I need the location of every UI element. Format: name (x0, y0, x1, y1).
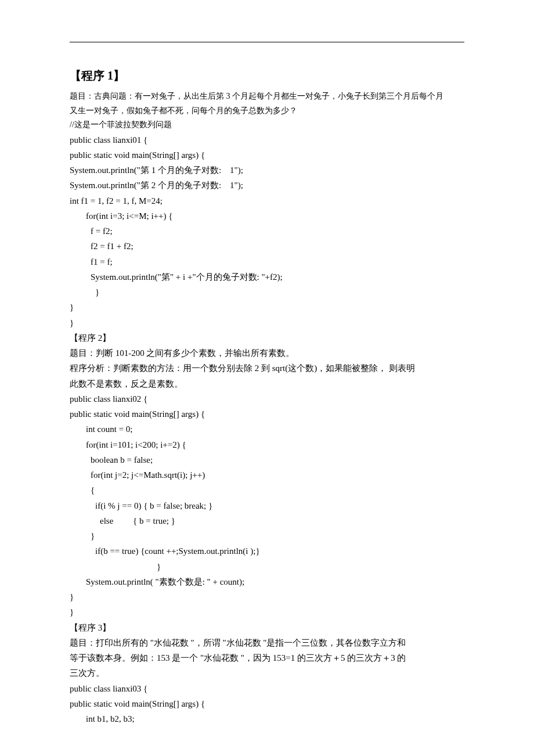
code-line: for(int i=101; i<200; i+=2) { (70, 437, 464, 452)
code-line: boolean b = false; (70, 452, 464, 467)
horizontal-rule-top (70, 42, 464, 42)
code-line: for(int j=2; j<=Math.sqrt(i); j++) (70, 467, 464, 483)
code-line: } (70, 559, 464, 574)
code-line: public class lianxi01 { (70, 132, 464, 147)
code-line: if(i % j == 0) { b = false; break; } (70, 498, 464, 513)
program-3-desc-line1: 题目：打印出所有的 "水仙花数 "，所谓 "水仙花数 "是指一个三位数，其各位数… (70, 635, 464, 650)
program-3-title: 【程序 3】 (70, 620, 464, 635)
program-1-desc-line1: 题目：古典问题：有一对兔子，从出生后第 3 个月起每个月都生一对兔子，小兔子长到… (70, 89, 464, 104)
code-line: System.out.println("第 1 个月的兔子对数: 1"); (70, 163, 464, 178)
code-line: for(int i=3; i<=M; i++) { (70, 208, 464, 224)
program-2-desc-line1: 题目：判断 101-200 之间有多少个素数，并输出所有素数。 (70, 345, 464, 361)
code-line: int f1 = 1, f2 = 1, f, M=24; (70, 193, 464, 208)
code-line: public class lianxi03 { (70, 681, 464, 696)
code-line: } (70, 604, 464, 620)
code-line: } (70, 300, 464, 315)
code-line: else { b = true; } (70, 513, 464, 528)
code-line: System.out.println( "素数个数是: " + count); (70, 574, 464, 589)
code-line: System.out.println("第 2 个月的兔子对数: 1"); (70, 178, 464, 193)
code-line: f2 = f1 + f2; (70, 239, 464, 254)
code-line: int b1, b2, b3; (70, 711, 464, 726)
code-line: } (70, 315, 464, 330)
program-2-desc-line2: 程序分析：判断素数的方法：用一个数分别去除 2 到 sqrt(这个数)，如果能被… (70, 361, 464, 376)
program-1-title: 【程序 1】 (70, 66, 464, 86)
program-3-desc-line2: 等于该数本身。例如：153 是一个 "水仙花数 "，因为 153=1 的三次方＋… (70, 650, 464, 665)
code-line: } (70, 285, 464, 300)
program-3-desc-line3: 三次方。 (70, 665, 464, 681)
code-line: System.out.println("第" + i +"个月的兔子对数: "+… (70, 269, 464, 285)
program-1-desc-line2: 又生一对兔子，假如兔子都不死，问每个月的兔子总数为多少？ (70, 104, 464, 118)
code-line: public static void main(String[] args) { (70, 406, 464, 422)
code-line: } (70, 528, 464, 543)
program-2-title: 【程序 2】 (70, 330, 464, 345)
code-line: f = f2; (70, 224, 464, 239)
code-line: int count = 0; (70, 422, 464, 437)
code-line: public static void main(String[] args) { (70, 147, 464, 163)
program-1-comment: //这是一个菲波拉契数列问题 (70, 118, 464, 132)
code-line: { (70, 483, 464, 498)
code-line: } (70, 589, 464, 604)
code-line: public class lianxi02 { (70, 391, 464, 406)
code-line: if(b == true) {count ++;System.out.print… (70, 543, 464, 559)
code-line: public static void main(String[] args) { (70, 696, 464, 711)
program-2-desc-line3: 此数不是素数，反之是素数。 (70, 376, 464, 391)
code-line: f1 = f; (70, 254, 464, 269)
